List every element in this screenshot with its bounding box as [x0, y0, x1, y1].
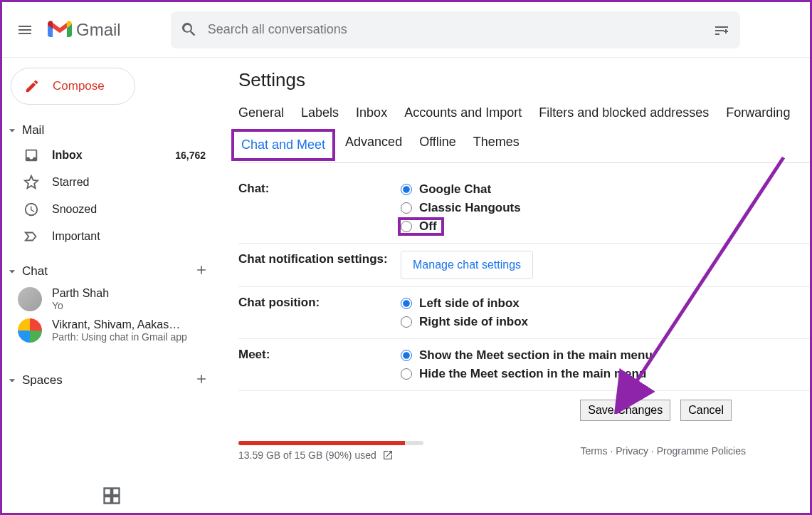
- setting-row-meet: Meet: Show the Meet section in the main …: [238, 339, 810, 391]
- position-option-right[interactable]: Right side of inbox: [401, 313, 810, 331]
- setting-label: Chat position:: [238, 294, 401, 331]
- spaces-section-header[interactable]: Spaces: [2, 368, 221, 392]
- spaces-section-title: Spaces: [22, 373, 63, 387]
- action-row: Save Changes Cancel: [238, 391, 810, 430]
- nav-label: Snoozed: [52, 203, 97, 216]
- search-icon: [181, 21, 198, 38]
- radio-input[interactable]: [401, 202, 412, 214]
- settings-tabs: General Labels Inbox Accounts and Import…: [238, 105, 810, 163]
- gmail-logo-area[interactable]: Gmail: [48, 20, 121, 40]
- sidebar: Compose Mail Inbox 16,762 Starred Snooze…: [2, 58, 221, 513]
- new-chat-button[interactable]: [194, 263, 209, 279]
- chat-option-off[interactable]: Off: [398, 217, 444, 236]
- mail-section-header[interactable]: Mail: [2, 119, 221, 142]
- chat-name: Parth Shah: [52, 287, 109, 300]
- meet-option-hide[interactable]: Hide the Meet section in the main menu: [401, 365, 810, 383]
- caret-down-icon: [5, 373, 19, 387]
- radio-input[interactable]: [401, 316, 412, 328]
- footer-links[interactable]: Terms · Privacy · Programme Policies: [580, 445, 746, 457]
- header-bar: Gmail: [2, 2, 810, 58]
- nav-label: Inbox: [52, 149, 83, 162]
- hamburger-icon: [16, 21, 33, 38]
- chat-name: Vikrant, Shivam, Aakas…: [52, 318, 187, 331]
- main-menu-button[interactable]: [8, 13, 42, 47]
- search-options-icon[interactable]: [713, 21, 730, 38]
- setting-label: Chat notification settings:: [238, 251, 401, 279]
- radio-input[interactable]: [401, 368, 412, 380]
- grid-icon: [102, 486, 122, 506]
- sidebar-item-starred[interactable]: Starred: [2, 169, 221, 196]
- radio-input[interactable]: [401, 298, 412, 309]
- pencil-icon: [24, 78, 40, 94]
- avatar: [18, 287, 42, 311]
- nav-count: 16,762: [175, 150, 206, 161]
- setting-label: Meet:: [238, 346, 401, 383]
- radio-input[interactable]: [401, 184, 412, 195]
- sidebar-item-important[interactable]: Important: [2, 223, 221, 250]
- search-input[interactable]: [208, 22, 713, 37]
- chat-snippet: Parth: Using chat in Gmail app: [52, 331, 187, 343]
- clock-icon: [23, 202, 39, 217]
- main-area: Compose Mail Inbox 16,762 Starred Snooze…: [2, 58, 810, 513]
- chat-section-header[interactable]: Chat: [2, 259, 221, 283]
- tab-general[interactable]: General: [238, 105, 284, 120]
- star-icon: [23, 175, 39, 190]
- nav-label: Important: [52, 230, 100, 243]
- settings-content: Settings General Labels Inbox Accounts a…: [221, 58, 810, 513]
- chat-section-title: Chat: [22, 264, 48, 279]
- gmail-icon: [48, 20, 72, 40]
- new-space-button[interactable]: [194, 372, 209, 388]
- footer: 13.59 GB of 15 GB (90%) used Terms · Pri…: [238, 430, 810, 461]
- save-changes-button[interactable]: Save Changes: [580, 400, 670, 421]
- radio-input[interactable]: [401, 350, 412, 361]
- chat-conversation[interactable]: Parth Shah Yo: [2, 283, 221, 315]
- tab-advanced[interactable]: Advanced: [345, 135, 402, 155]
- nav-label: Starred: [52, 176, 89, 189]
- caret-down-icon: [5, 123, 19, 137]
- setting-row-notifications: Chat notification settings: Manage chat …: [238, 244, 810, 287]
- meet-option-show[interactable]: Show the Meet section in the main menu: [401, 346, 810, 365]
- plus-icon: [194, 372, 209, 386]
- mail-section-title: Mail: [22, 123, 44, 137]
- cancel-button[interactable]: Cancel: [680, 400, 732, 421]
- chat-option-google-chat[interactable]: Google Chat: [401, 180, 810, 199]
- storage-text: 13.59 GB of 15 GB (90%) used: [238, 449, 376, 461]
- search-bar[interactable]: [171, 11, 740, 48]
- gmail-text: Gmail: [76, 20, 121, 40]
- important-icon: [23, 229, 39, 244]
- avatar: [18, 318, 42, 343]
- highlight-annotation: Chat and Meet: [231, 129, 335, 161]
- setting-row-position: Chat position: Left side of inbox Right …: [238, 287, 810, 339]
- page-title: Settings: [238, 69, 810, 91]
- tab-inbox[interactable]: Inbox: [356, 105, 387, 120]
- caret-down-icon: [5, 264, 19, 279]
- tab-labels[interactable]: Labels: [301, 105, 339, 120]
- tab-themes[interactable]: Themes: [473, 135, 520, 155]
- tab-chat-and-meet[interactable]: Chat and Meet: [241, 137, 325, 152]
- chat-option-classic-hangouts[interactable]: Classic Hangouts: [401, 199, 810, 217]
- position-option-left[interactable]: Left side of inbox: [401, 294, 810, 313]
- storage-fill: [238, 441, 405, 445]
- compose-button[interactable]: Compose: [11, 68, 135, 105]
- open-in-new-icon[interactable]: [382, 449, 394, 461]
- sidebar-item-snoozed[interactable]: Snoozed: [2, 196, 221, 223]
- radio-input[interactable]: [401, 221, 412, 232]
- settings-body: Chat: Google Chat Classic Hangouts Off C…: [238, 163, 810, 461]
- tab-forwarding[interactable]: Forwarding: [726, 105, 790, 120]
- tab-filters[interactable]: Filters and blocked addresses: [539, 105, 709, 120]
- storage-bar: [238, 441, 423, 445]
- tab-offline[interactable]: Offline: [419, 135, 456, 155]
- manage-chat-settings-button[interactable]: Manage chat settings: [401, 251, 533, 279]
- plus-icon: [194, 263, 209, 277]
- setting-label: Chat:: [238, 180, 401, 236]
- sidebar-item-inbox[interactable]: Inbox 16,762: [2, 142, 221, 169]
- tab-accounts[interactable]: Accounts and Import: [404, 105, 522, 120]
- chat-snippet: Yo: [52, 300, 109, 311]
- inbox-icon: [23, 147, 39, 163]
- compose-label: Compose: [53, 79, 105, 93]
- chat-conversation[interactable]: Vikrant, Shivam, Aakas… Parth: Using cha…: [2, 315, 221, 346]
- setting-row-chat: Chat: Google Chat Classic Hangouts Off: [238, 173, 810, 244]
- grid-view-button[interactable]: [2, 479, 221, 513]
